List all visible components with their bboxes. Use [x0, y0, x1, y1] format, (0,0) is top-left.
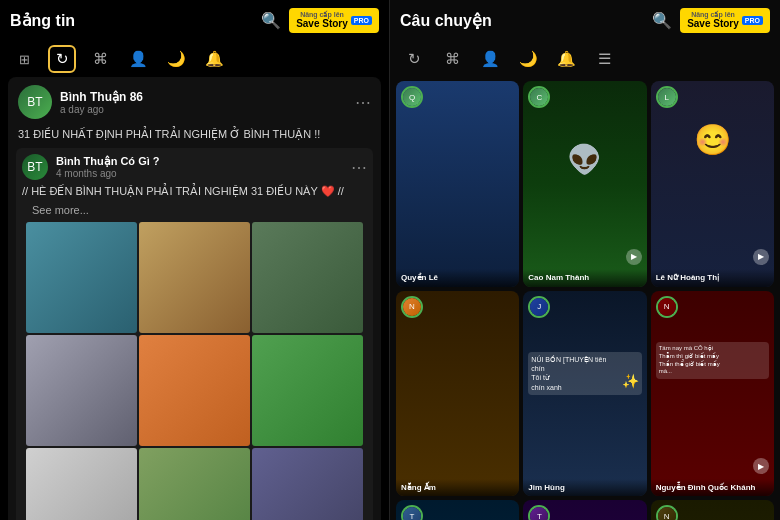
post-1-sub-avatar-img: BT [22, 154, 48, 180]
bell-icon[interactable]: 🔔 [200, 45, 228, 73]
right-panel: Câu chuyện 🔍 Nâng cấp lên Save Story PRO… [390, 0, 780, 520]
story-3-overlay: Lê Nữ Hoàng Thị [651, 269, 774, 287]
story-card-5[interactable]: NÚI BỒN [THUYỆN tiênchínTôi từchín xanh … [523, 291, 646, 497]
story-card-6[interactable]: Tám nay mà CÔ hộiThẫm thì giờ biết mấyTh… [651, 291, 774, 497]
story-5-author: Jim Hùng [528, 483, 641, 493]
story-6-author: Nguyễn Đình Quốc Khánh [656, 483, 769, 493]
left-panel: Bảng tin 🔍 Nâng cấp lên Save Story PRO ⊞… [0, 0, 390, 520]
story-3-avatar: L [656, 86, 678, 108]
post-1-avatar: BT [18, 85, 52, 119]
post-1-subcard: BT Bình Thuận Có Gì ? 4 months ago ⋯ // … [16, 148, 373, 520]
pro-badge-right: PRO [742, 16, 763, 25]
left-panel-title: Bảng tin [10, 11, 75, 30]
story-2-alien: 👽 [567, 143, 602, 176]
pro-badge-left: PRO [351, 16, 372, 25]
save-story-button-left[interactable]: Nâng cấp lên Save Story PRO [289, 8, 379, 33]
post-1-header: BT Bình Thuận 86 a day ago ⋯ [8, 77, 381, 123]
story-6-avatar: N [656, 296, 678, 318]
post-1-sub-meta: Bình Thuận Có Gì ? 4 months ago [56, 155, 343, 179]
post-1-meta: Bình Thuận 86 a day ago [60, 90, 347, 115]
story-2-author: Cao Nam Thành [528, 273, 641, 283]
story-5-overlay: Jim Hùng [523, 479, 646, 497]
story-card-2[interactable]: 👽 C ▶ Cao Nam Thành [523, 81, 646, 287]
post-1-sub-author: Bình Thuận Có Gì ? [56, 155, 343, 168]
upgrade-text-left: Nâng cấp lên [296, 11, 348, 18]
post-1-time: a day ago [60, 104, 347, 115]
story-4-avatar: N [401, 296, 423, 318]
post-card-1: BT Bình Thuận 86 a day ago ⋯ 31 ĐIỀU NHẤ… [8, 77, 381, 520]
stories-row-3: T ▶ Tấn Đạt 🧍 T ▶ Trương Tuấn Long [396, 500, 774, 520]
post-1-sub-text: // HÈ ĐẾN BÌNH THUẬN PHẢI TRẢI NGHIỆM 31… [22, 184, 367, 203]
story-3-play: ▶ [753, 249, 769, 265]
search-icon[interactable]: 🔍 [261, 11, 281, 30]
story-card-4[interactable]: N Nắng Ấm [396, 291, 519, 497]
post-1-text: 31 ĐIỀU NHẤT ĐỊNH PHẢI TRẢI NGHIỆM Ở BÌN… [8, 123, 381, 148]
story-9-avatar: N [656, 505, 678, 520]
moon-icon-right[interactable]: 🌙 [514, 45, 542, 73]
story-3-face: 😊 [694, 122, 731, 157]
photo-cell-5[interactable] [139, 335, 250, 446]
story-8-avatar: T [528, 505, 550, 520]
post-1-more-icon[interactable]: ⋯ [355, 93, 371, 112]
upgrade-text-right: Nâng cấp lên [687, 11, 739, 18]
photo-cell-6[interactable] [252, 335, 363, 446]
story-5-sparkle: ✨ [622, 373, 639, 389]
story-7-avatar: T [401, 505, 423, 520]
photo-cell-3[interactable] [252, 222, 363, 333]
post-1-sub-time: 4 months ago [56, 168, 343, 179]
story-1-overlay: Quyền Lê [396, 269, 519, 287]
post-1-sub-avatar: BT [22, 154, 48, 180]
right-header: Câu chuyện 🔍 Nâng cấp lên Save Story PRO [390, 0, 780, 41]
save-story-button-right[interactable]: Nâng cấp lên Save Story PRO [680, 8, 770, 33]
photo-grid [22, 222, 367, 520]
story-6-text: Tám nay mà CÔ hộiThẫm thì giờ biết mấyTh… [656, 342, 769, 379]
story-2-overlay: Cao Nam Thành [523, 269, 646, 287]
post-1-avatar-img: BT [18, 85, 52, 119]
see-more-link[interactable]: See more... [22, 204, 367, 222]
photo-cell-7[interactable] [26, 448, 137, 520]
story-card-3[interactable]: 😊 L ▶ Lê Nữ Hoàng Thị [651, 81, 774, 287]
story-4-overlay: Nắng Ấm [396, 479, 519, 497]
right-nav-bar: ↻ ⌘ 👤 🌙 🔔 ☰ [390, 41, 780, 77]
search-icon-right[interactable]: 🔍 [652, 11, 672, 30]
story-2-play: ▶ [626, 249, 642, 265]
posts-area: BT Bình Thuận 86 a day ago ⋯ 31 ĐIỀU NHẤ… [0, 77, 389, 520]
photo-cell-4[interactable] [26, 335, 137, 446]
left-header: Bảng tin 🔍 Nâng cấp lên Save Story PRO [0, 0, 389, 41]
photo-cell-9[interactable] [252, 448, 363, 520]
bell-icon-right[interactable]: 🔔 [552, 45, 580, 73]
stories-row-2: N Nắng Ấm NÚI BỒN [THUYỆN tiênchínTôi từ… [396, 291, 774, 497]
photo-cell-1[interactable] [26, 222, 137, 333]
post-1-sub-more-icon[interactable]: ⋯ [351, 158, 367, 177]
refresh-icon-right[interactable]: ↻ [400, 45, 428, 73]
right-panel-title: Câu chuyện [400, 11, 492, 30]
right-header-icons: 🔍 Nâng cấp lên Save Story PRO [502, 8, 770, 33]
story-card-8[interactable]: 🧍 T ▶ Trương Tuấn Long [523, 500, 646, 520]
story-6-play: ▶ [753, 458, 769, 474]
story-card-7[interactable]: T ▶ Tấn Đạt [396, 500, 519, 520]
story-card-9[interactable]: N ▶ Nguyễn Đăng Khoa [651, 500, 774, 520]
moon-icon[interactable]: 🌙 [162, 45, 190, 73]
photo-cell-2[interactable] [139, 222, 250, 333]
stories-grid: Q Quyền Lê 👽 C ▶ Cao Nam Thành 😊 [390, 77, 780, 520]
refresh-icon[interactable]: ↻ [48, 45, 76, 73]
command-icon-right[interactable]: ⌘ [438, 45, 466, 73]
post-1-author: Bình Thuận 86 [60, 90, 347, 104]
story-2-avatar: C [528, 86, 550, 108]
left-header-icons: 🔍 Nâng cấp lên Save Story PRO [85, 8, 379, 33]
profile-icon-right[interactable]: 👤 [476, 45, 504, 73]
profile-icon[interactable]: 👤 [124, 45, 152, 73]
command-icon[interactable]: ⌘ [86, 45, 114, 73]
story-4-author: Nắng Ấm [401, 483, 514, 493]
menu-icon-right[interactable]: ☰ [590, 45, 618, 73]
post-1-sub-header: BT Bình Thuận Có Gì ? 4 months ago ⋯ [22, 154, 367, 184]
story-5-avatar: J [528, 296, 550, 318]
story-1-author: Quyền Lê [401, 273, 514, 283]
photo-cell-8[interactable] [139, 448, 250, 520]
grid-nav-icon[interactable]: ⊞ [10, 45, 38, 73]
story-3-author: Lê Nữ Hoàng Thị [656, 273, 769, 283]
story-card-1[interactable]: Q Quyền Lê [396, 81, 519, 287]
left-nav-bar: ⊞ ↻ ⌘ 👤 🌙 🔔 [0, 41, 389, 77]
save-story-text-left: Save Story [296, 18, 348, 29]
story-1-avatar: Q [401, 86, 423, 108]
